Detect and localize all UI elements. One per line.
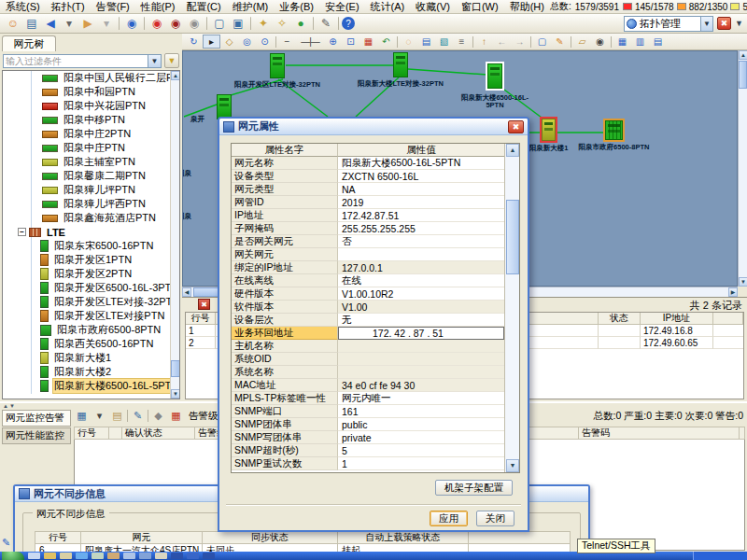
- property-row[interactable]: MPLS-TP标签唯一性 网元内唯一: [232, 392, 504, 405]
- snapshot-icon[interactable]: ▧: [435, 35, 453, 49]
- tree-item[interactable]: 阳泉中兴花园PTN: [3, 99, 179, 113]
- zoom-in-icon[interactable]: ⊕: [324, 35, 342, 49]
- edit-tool-icon[interactable]: ✎: [551, 35, 569, 49]
- splitter-toggle-icon[interactable]: ▲▼: [3, 403, 16, 409]
- separator[interactable]: [338, 17, 339, 30]
- zoom-out-icon[interactable]: −: [278, 35, 296, 49]
- key-icon[interactable]: ✦: [254, 16, 273, 32]
- filter-funnel-icon[interactable]: ▼: [164, 53, 179, 68]
- property-row[interactable]: SNMP写团体串 private: [232, 431, 504, 444]
- property-row[interactable]: 在线离线 在线: [232, 274, 504, 287]
- taskbar-app-icon[interactable]: [92, 553, 104, 559]
- menu-item[interactable]: 统计(A): [365, 0, 411, 14]
- help-icon[interactable]: ?: [342, 17, 355, 30]
- taskbar-app-icon[interactable]: [123, 553, 135, 559]
- topology-node[interactable]: 阳泉新大楼6500-16L-5PTN: [487, 63, 502, 89]
- zoom-area-icon[interactable]: ⊙: [256, 35, 274, 49]
- menu-item[interactable]: 业务(B): [274, 0, 319, 14]
- nav-forward-icon[interactable]: →: [511, 35, 529, 49]
- dialog-scroll-thumb[interactable]: [506, 200, 519, 274]
- tab-ne-alarm-monitor[interactable]: 网元监控告警: [2, 410, 71, 427]
- view-selector-combo[interactable]: 拓扑管理 ▼: [624, 16, 713, 32]
- property-row[interactable]: SNMP超时(秒) 5: [232, 444, 504, 457]
- property-row[interactable]: SNMP端口 161: [232, 405, 504, 418]
- property-row[interactable]: 系统名称: [232, 366, 504, 379]
- taskbar-app-icon[interactable]: [139, 553, 151, 559]
- scroll-down-icon[interactable]: ▼: [506, 459, 519, 472]
- taskbar-app-icon[interactable]: [76, 553, 88, 559]
- current-alarm-icon[interactable]: ◉: [148, 16, 166, 32]
- separator[interactable]: [397, 36, 398, 48]
- overview-icon[interactable]: ▦: [359, 35, 377, 49]
- scroll-down-icon[interactable]: ▼: [739, 277, 747, 287]
- pan-tool-icon[interactable]: ◇: [220, 35, 238, 49]
- tree-scroll-thumb[interactable]: [171, 360, 180, 377]
- tree-item[interactable]: 阳泉开发区6500-16L-3PTN: [3, 281, 179, 295]
- up-level-icon[interactable]: ↑: [475, 35, 493, 49]
- print-icon[interactable]: ▤: [109, 409, 125, 424]
- separator[interactable]: [571, 36, 571, 48]
- topology-node[interactable]: 阳泉市政府6500-8PTN: [605, 120, 623, 140]
- scroll-left-icon[interactable]: ◀: [182, 287, 191, 297]
- topology-node[interactable]: [217, 94, 232, 119]
- window-new-icon[interactable]: ▢: [210, 16, 229, 32]
- fit-view-icon[interactable]: ⊡: [342, 35, 359, 49]
- menu-item[interactable]: 配置(C): [180, 0, 226, 14]
- property-row[interactable]: 硬件版本 V1.00.10R2: [232, 287, 504, 301]
- tree-scrollbar[interactable]: ▲ ▼: [170, 71, 179, 399]
- layout-icon[interactable]: ≡: [453, 35, 471, 49]
- property-row[interactable]: 绑定的IP地址 127.0.0.1: [232, 261, 504, 274]
- filter-dropdown-icon[interactable]: ▼: [148, 54, 162, 68]
- forward-dropdown-icon[interactable]: ▾: [97, 16, 116, 32]
- menu-item[interactable]: 帮助(H): [504, 0, 550, 14]
- lock-key-icon[interactable]: ✧: [273, 16, 291, 32]
- pencil-status-icon[interactable]: ✎: [2, 537, 10, 549]
- taskbar-app-icon[interactable]: [155, 553, 167, 559]
- topology-link[interactable]: [408, 69, 487, 75]
- group-icon[interactable]: ▱: [573, 35, 591, 49]
- property-row[interactable]: IP地址 172.42.87.51: [232, 209, 504, 222]
- refresh-icon[interactable]: ↻: [185, 35, 203, 49]
- tree-item[interactable]: 阳泉开发区LTE对接PTN: [3, 309, 179, 323]
- table-dropdown-icon[interactable]: ▾: [92, 409, 107, 424]
- tab-ne-tree[interactable]: 网元树: [2, 35, 56, 51]
- property-row[interactable]: 主机名称: [232, 340, 504, 353]
- menu-item[interactable]: 收藏(V): [410, 0, 456, 14]
- scroll-up-icon[interactable]: ▲: [171, 71, 180, 80]
- apply-button[interactable]: 应用: [430, 511, 468, 526]
- unlock-icon[interactable]: ◌: [400, 35, 417, 49]
- tree-item[interactable]: 阳泉开发区2PTN: [3, 267, 179, 281]
- taskbar-app-icon[interactable]: [171, 553, 183, 559]
- tree-item-lte[interactable]: − LTE: [3, 225, 179, 239]
- user-group-icon[interactable]: ▤: [22, 16, 41, 32]
- tree-item[interactable]: 阳泉馨康二期PTN: [3, 169, 179, 183]
- tree-item[interactable]: 阳泉中庄PTN: [3, 141, 179, 155]
- scroll-right-icon[interactable]: ▶: [728, 287, 738, 297]
- tree-item[interactable]: 阳泉开发区1PTN: [3, 253, 179, 267]
- rack-config-button[interactable]: 机架子架配置: [435, 480, 513, 496]
- separator[interactable]: [206, 17, 207, 30]
- tree-item[interactable]: 阳泉鑫海苑酒店PTN: [3, 211, 179, 225]
- tree-item[interactable]: 阳泉新大楼1: [3, 351, 179, 365]
- separator[interactable]: [144, 17, 145, 30]
- menu-item[interactable]: 告警(F): [91, 0, 135, 14]
- map-vertical-scrollbar[interactable]: ▲ ▼: [738, 50, 747, 287]
- modify-user-icon[interactable]: ☺: [4, 16, 22, 32]
- search-window-icon[interactable]: ▢: [533, 35, 551, 49]
- taskbar-app-icon[interactable]: [203, 553, 215, 559]
- property-row[interactable]: 网管ID 2019: [232, 196, 504, 209]
- separator[interactable]: [472, 36, 473, 48]
- menu-item[interactable]: 维护(M): [227, 0, 275, 14]
- property-row[interactable]: 网元名称 阳泉新大楼6500-16L-5PTN: [232, 157, 504, 170]
- separator[interactable]: [530, 36, 531, 48]
- property-row[interactable]: MAC地址 34 e0 cf fe 94 30: [232, 379, 504, 392]
- separator[interactable]: [250, 17, 251, 30]
- tree-item[interactable]: 阳泉中庄2PTN: [3, 127, 179, 141]
- tree-item[interactable]: 阳泉市政府6500-8PTN: [3, 323, 179, 337]
- undo-icon[interactable]: ↶: [377, 35, 395, 49]
- property-row[interactable]: 设备类型 ZXCTN 6500-16L: [232, 170, 504, 183]
- menu-item[interactable]: 系统(S): [0, 0, 46, 14]
- taskbar-app-icon[interactable]: [187, 553, 199, 559]
- separator[interactable]: [275, 36, 276, 48]
- separator[interactable]: [148, 410, 148, 422]
